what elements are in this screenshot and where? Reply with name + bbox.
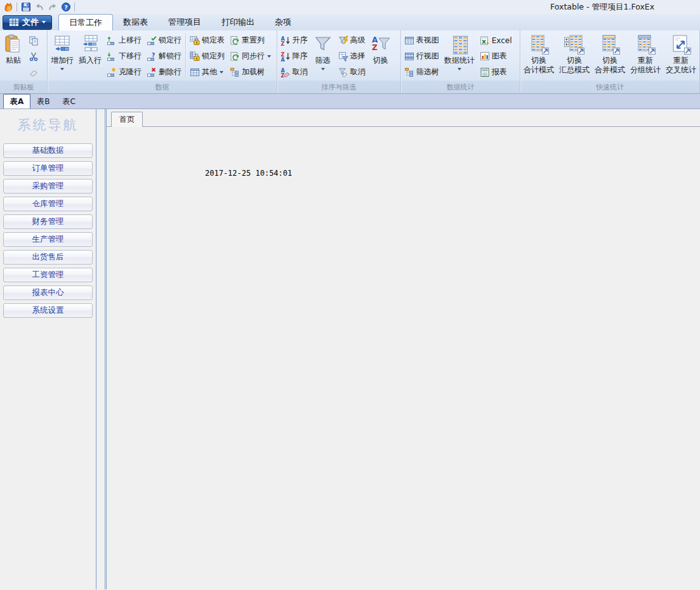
filter-tree-icon — [404, 67, 414, 77]
data-stats-button[interactable]: 数据统计 — [442, 31, 477, 82]
other-button[interactable]: 其他 — [187, 64, 227, 80]
tab-print-output[interactable]: 打印输出 — [211, 14, 265, 30]
filter-select-button[interactable]: 选择 — [336, 48, 368, 64]
row-lock-icon — [147, 36, 157, 46]
toggle-total-mode-button[interactable]: 切换合计模式 — [521, 31, 557, 82]
button-label: 分组统计 — [630, 65, 661, 75]
button-label: Excel — [492, 36, 512, 45]
lock-table-button[interactable]: 锁定表 — [187, 32, 227, 48]
lock-column-button[interactable]: 锁定列 — [187, 48, 227, 64]
sidebar-item-production-management[interactable]: 生产管理 — [3, 232, 93, 247]
file-menu-button[interactable]: 文件 — [3, 15, 52, 30]
move-row-up-button[interactable]: 上移行 — [104, 32, 144, 48]
table-view-button[interactable]: 表视图 — [402, 32, 442, 48]
tab-data-table[interactable]: 数据表 — [113, 14, 158, 30]
paste-button[interactable]: 粘贴 — [1, 31, 26, 82]
ribbon-group: AZ升序ZA降序AZ取消筛选高级选择取消AZ切换排序与筛选 — [277, 30, 401, 93]
undo-button[interactable] — [32, 1, 46, 13]
stats-cross-icon — [671, 33, 691, 56]
delete-row-button[interactable]: 删除行 — [144, 64, 184, 80]
filter-switch-button[interactable]: AZ切换 — [368, 31, 393, 82]
reset-columns-button[interactable]: 重置列 — [227, 32, 274, 48]
table-tab-c[interactable]: 表C — [56, 95, 82, 108]
row-view-button[interactable]: 行视图 — [402, 48, 442, 64]
chevron-down-icon — [60, 68, 64, 70]
sidebar-item-shipping-aftersales[interactable]: 出货售后 — [3, 250, 93, 265]
lock-column-icon — [190, 51, 200, 62]
copy-button[interactable] — [26, 32, 41, 48]
cut-button[interactable] — [26, 48, 41, 64]
sidebar-item-report-center[interactable]: 报表中心 — [3, 285, 93, 300]
button-label: 锁定表 — [202, 35, 225, 46]
filter-switch-icon: AZ — [371, 33, 391, 56]
sidebar-item-basic-data[interactable]: 基础数据 — [3, 143, 93, 158]
sort-ascending-button[interactable]: AZ升序 — [278, 32, 310, 48]
report-button[interactable]: 报表 — [477, 64, 515, 80]
sync-row-icon — [230, 51, 240, 62]
sort-descending-button[interactable]: ZA降序 — [278, 48, 310, 64]
excel-button[interactable]: Excel — [477, 32, 515, 48]
tab-daily-work[interactable]: 日常工作 — [58, 14, 113, 30]
sidebar: 系统导航 基础数据订单管理采购管理仓库管理财务管理生产管理出货售后工资管理报表中… — [0, 109, 96, 589]
redo-button[interactable] — [46, 1, 59, 13]
home-page-tab[interactable]: 首页 — [111, 112, 143, 127]
button-label: 克隆行 — [119, 67, 142, 77]
filter-tree-button[interactable]: 筛选树 — [402, 64, 442, 80]
save-button[interactable] — [19, 1, 32, 13]
chevron-down-icon — [458, 68, 461, 70]
load-tree-button[interactable]: 加载树 — [227, 64, 274, 80]
recross-stats-button[interactable]: 重新交叉统计 — [663, 31, 699, 82]
lock-row-button[interactable]: 锁定行 — [144, 32, 184, 48]
sidebar-gap — [96, 109, 105, 589]
button-label: 汇总模式 — [559, 65, 590, 75]
toggle-summary-mode-button[interactable]: 切换汇总模式 — [557, 31, 592, 82]
ribbon-tabs: 日常工作数据表管理项目打印输出杂项 — [58, 14, 301, 30]
file-menu-label: 文件 — [22, 16, 39, 28]
format-eraser-button[interactable] — [26, 64, 41, 80]
table-other-icon — [190, 67, 200, 77]
help-button[interactable]: ? — [59, 1, 72, 13]
chevron-down-icon — [220, 71, 223, 74]
insert-row-button[interactable]: 插入行 — [76, 31, 104, 82]
ribbon-group-label: 快速统计 — [520, 82, 699, 93]
advanced-filter-button[interactable]: 高级 — [336, 32, 368, 48]
filter-button[interactable]: 筛选 — [310, 31, 336, 82]
filter-cancel-icon — [338, 67, 348, 77]
toggle-merge-mode-button[interactable]: 切换合并模式 — [592, 31, 628, 82]
filter-cancel-button[interactable]: 取消 — [336, 64, 368, 80]
button-label: 升序 — [293, 35, 308, 46]
sidebar-title: 系统导航 — [0, 116, 96, 134]
timestamp-text: 2017-12-25 10:54:01 — [205, 169, 292, 178]
regroup-stats-button[interactable]: 重新分组统计 — [628, 31, 663, 82]
sidebar-item-order-management[interactable]: 订单管理 — [3, 161, 93, 176]
ribbon-group: 表视图行视图筛选树数据统计Excel图表报表数据统计 — [401, 30, 520, 93]
sort-cancel-icon: AZ — [281, 67, 291, 77]
add-row-button[interactable]: 增加行 — [48, 31, 76, 82]
table-tab-a[interactable]: 表A — [3, 94, 30, 108]
button-label: 加载树 — [242, 67, 265, 77]
chart-button[interactable]: 图表 — [477, 48, 515, 64]
sidebar-item-purchase-management[interactable]: 采购管理 — [3, 179, 93, 193]
button-label: 同步行 — [242, 51, 265, 62]
copy-icon — [29, 36, 39, 46]
sidebar-item-salary-management[interactable]: 工资管理 — [3, 268, 93, 282]
chevron-down-icon — [42, 21, 46, 23]
table-tab-b[interactable]: 表B — [30, 95, 56, 108]
sync-rows-button[interactable]: 同步行 — [227, 48, 274, 64]
button-label: 图表 — [492, 51, 507, 62]
page-content-panel: 2017-12-25 10:54:01 — [107, 126, 700, 589]
sidebar-item-system-settings[interactable]: 系统设置 — [3, 303, 93, 318]
tab-manage-project[interactable]: 管理项目 — [158, 14, 211, 30]
button-label: 重新 — [638, 56, 653, 65]
sidebar-item-finance-management[interactable]: 财务管理 — [3, 214, 93, 229]
tab-misc[interactable]: 杂项 — [265, 14, 301, 30]
clone-row-button[interactable]: 克隆行 — [104, 64, 144, 80]
file-grid-icon — [9, 17, 19, 27]
sidebar-item-warehouse-management[interactable]: 仓库管理 — [3, 197, 93, 211]
sort-asc-icon: AZ — [281, 36, 291, 46]
ribbon-tab-row: 文件 日常工作数据表管理项目打印输出杂项 — [0, 14, 700, 30]
sort-cancel-button[interactable]: AZ取消 — [278, 64, 310, 80]
unlock-row-button[interactable]: ?解锁行 — [144, 48, 184, 64]
move-row-down-button[interactable]: 下移行 — [104, 48, 144, 64]
reset-column-icon — [230, 36, 240, 46]
